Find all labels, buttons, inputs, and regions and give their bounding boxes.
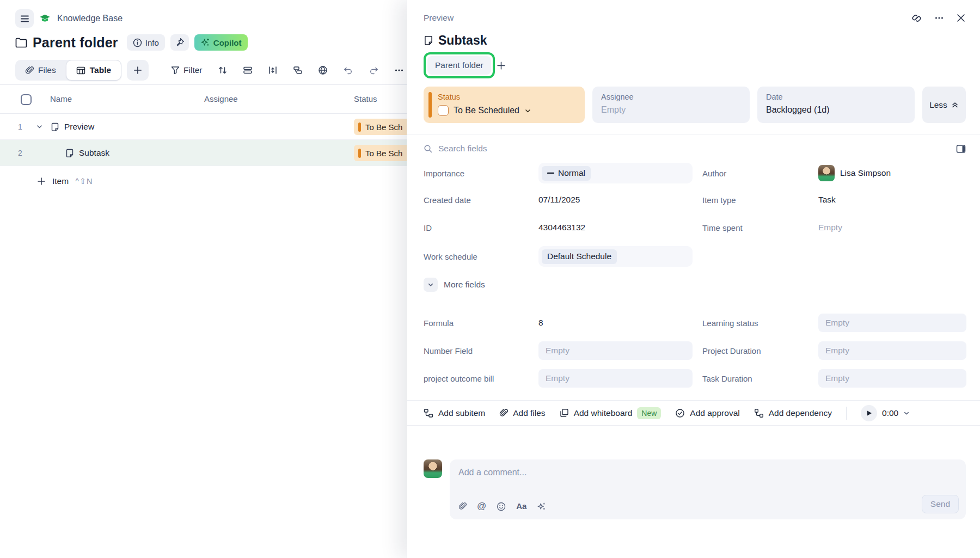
ellipsis-icon xyxy=(934,13,944,23)
pin-button[interactable] xyxy=(170,34,189,51)
field-row: Work schedule Default Schedule xyxy=(424,246,966,265)
column-header-status[interactable]: Status xyxy=(354,94,377,103)
importance-field[interactable]: Normal xyxy=(538,163,693,183)
tab-files[interactable]: Files xyxy=(15,60,66,81)
chevron-down-icon xyxy=(903,410,910,416)
task-detail-panel: Preview Subtask Parent folder Statu xyxy=(407,0,980,558)
id-field[interactable]: 4304463132 xyxy=(538,223,693,232)
row-name-cell[interactable]: Subtask xyxy=(65,140,109,166)
number-field[interactable]: Empty xyxy=(538,341,693,360)
less-label: Less xyxy=(929,100,947,110)
attach-file-button[interactable] xyxy=(458,502,467,511)
field-row: Created date 07/11/2025 Item type Task xyxy=(424,191,966,209)
search-icon xyxy=(424,144,433,154)
table-icon xyxy=(76,66,85,75)
tab-table[interactable]: Table xyxy=(66,60,121,81)
item-type-field[interactable]: Task xyxy=(818,195,966,205)
assignee-card[interactable]: Assignee Empty xyxy=(592,87,750,123)
project-outcome-bill-field[interactable]: Empty xyxy=(538,369,693,388)
more-fields-button[interactable]: More fields xyxy=(424,277,966,293)
status-card[interactable]: Status To Be Scheduled xyxy=(424,87,585,123)
select-all-checkbox[interactable] xyxy=(21,94,32,105)
comment-composer[interactable]: Add a comment... @ Aa Send xyxy=(450,459,966,519)
add-whiteboard-button[interactable]: Add whiteboard New xyxy=(560,407,661,419)
add-view-button[interactable] xyxy=(127,60,149,81)
text-format-icon: Aa xyxy=(516,501,526,511)
field-row: ID 4304463132 Time spent Empty xyxy=(424,218,966,237)
more-fields-label: More fields xyxy=(444,280,485,290)
add-files-button[interactable]: Add files xyxy=(499,408,545,418)
copy-link-button[interactable] xyxy=(911,13,922,24)
parent-folder-chip[interactable]: Parent folder xyxy=(427,56,491,75)
panel-more-button[interactable] xyxy=(934,13,944,23)
created-date-field[interactable]: 07/11/2025 xyxy=(538,195,693,205)
add-dependency-button[interactable]: Add dependency xyxy=(754,408,832,418)
formula-field[interactable]: 8 xyxy=(538,318,693,328)
workspace-name[interactable]: Knowledge Base xyxy=(57,14,122,23)
comment-input[interactable]: Add a comment... xyxy=(458,468,957,477)
assignee-card-label: Assignee xyxy=(601,93,742,101)
row-name-cell[interactable]: Preview xyxy=(51,114,94,140)
ai-assist-button[interactable] xyxy=(537,502,546,511)
sort-button[interactable] xyxy=(213,60,232,80)
breadcrumb[interactable]: Preview xyxy=(424,13,454,23)
info-icon xyxy=(133,38,142,47)
status-card-value: To Be Scheduled xyxy=(454,106,519,115)
importance-value: Normal xyxy=(558,168,585,178)
funnel-icon xyxy=(171,66,180,75)
field-label-time-spent: Time spent xyxy=(693,223,818,232)
add-files-label: Add files xyxy=(513,408,545,418)
info-label: Info xyxy=(145,38,159,47)
add-parent-button[interactable] xyxy=(497,61,506,70)
info-button[interactable]: Info xyxy=(127,34,165,51)
field-row: Importance Normal Author Lisa Simpson xyxy=(424,163,966,181)
more-options-button[interactable] xyxy=(389,60,409,80)
search-input[interactable]: Search fields xyxy=(438,144,487,154)
date-card-label: Date xyxy=(766,93,907,101)
task-duration-field[interactable]: Empty xyxy=(818,369,966,388)
status-checkbox[interactable] xyxy=(438,105,449,116)
filter-button[interactable]: Filter xyxy=(166,60,207,80)
time-spent-field[interactable]: Empty xyxy=(818,223,966,232)
project-duration-field[interactable]: Empty xyxy=(818,341,966,360)
undo-button[interactable] xyxy=(338,60,358,80)
undo-icon xyxy=(343,66,353,75)
chevron-down-icon xyxy=(424,278,438,292)
summary-cards: Status To Be Scheduled Assignee Empty Da… xyxy=(424,87,966,123)
dependency-icon xyxy=(754,408,764,418)
work-schedule-field[interactable]: Default Schedule xyxy=(538,246,693,267)
group-button[interactable] xyxy=(288,60,308,80)
add-approval-button[interactable]: Add approval xyxy=(675,408,739,418)
language-button[interactable] xyxy=(313,60,333,80)
date-card[interactable]: Date Backlogged (1d) xyxy=(757,87,915,123)
field-label-learning-status: Learning status xyxy=(693,318,818,328)
comment-toolbar: @ Aa xyxy=(458,501,546,512)
send-button[interactable]: Send xyxy=(922,495,959,513)
field-label-importance: Importance xyxy=(424,169,538,178)
learning-status-field[interactable]: Empty xyxy=(818,314,966,332)
task-title[interactable]: Subtask xyxy=(438,33,487,48)
workspace-logo-icon xyxy=(39,13,51,24)
mention-button[interactable]: @ xyxy=(477,501,486,512)
work-schedule-value: Default Schedule xyxy=(547,252,611,261)
row-height-button[interactable] xyxy=(238,60,258,80)
text-format-button[interactable]: Aa xyxy=(516,501,526,511)
column-header-assignee[interactable]: Assignee xyxy=(204,94,238,103)
copilot-button[interactable]: Copilot xyxy=(194,34,248,51)
chevron-down-icon[interactable] xyxy=(36,123,43,130)
emoji-button[interactable] xyxy=(497,502,506,511)
menu-button[interactable] xyxy=(15,9,34,28)
less-button[interactable]: Less xyxy=(922,87,966,123)
plus-icon xyxy=(133,66,142,75)
field-label-project-duration: Project Duration xyxy=(693,346,818,355)
timer-button[interactable]: 0:00 xyxy=(861,405,910,421)
redo-icon xyxy=(369,66,379,75)
author-field[interactable]: Lisa Simpson xyxy=(818,165,966,181)
column-width-button[interactable] xyxy=(263,60,283,80)
filter-label: Filter xyxy=(183,65,202,75)
redo-button[interactable] xyxy=(364,60,384,80)
panel-layout-toggle[interactable] xyxy=(956,144,966,154)
add-subitem-button[interactable]: Add subitem xyxy=(424,408,485,418)
close-panel-button[interactable] xyxy=(956,13,966,23)
column-header-name[interactable]: Name xyxy=(50,94,72,103)
